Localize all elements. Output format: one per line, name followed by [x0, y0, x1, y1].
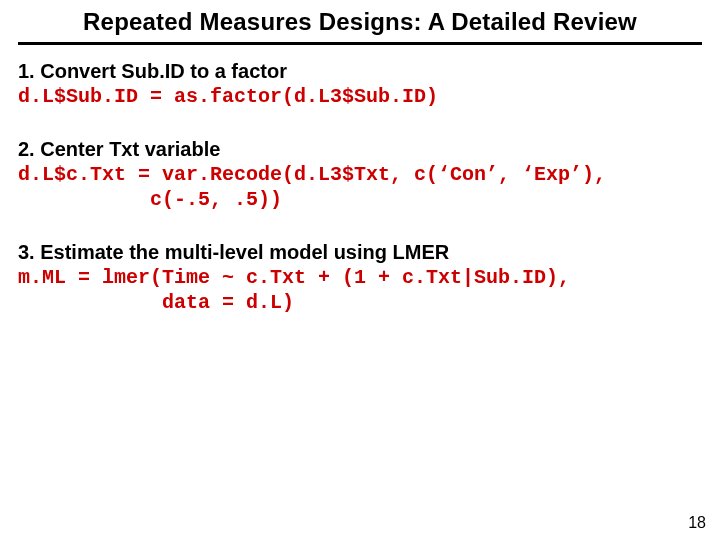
step-1-heading: 1. Convert Sub.ID to a factor [18, 59, 702, 84]
slide-title: Repeated Measures Designs: A Detailed Re… [18, 8, 702, 42]
slide: Repeated Measures Designs: A Detailed Re… [0, 0, 720, 540]
step-1-code: d.L$Sub.ID = as.factor(d.L3$Sub.ID) [18, 84, 702, 109]
title-underline [18, 42, 702, 45]
page-number: 18 [688, 514, 706, 532]
step-3-heading: 3. Estimate the multi-level model using … [18, 240, 702, 265]
step-2-code: d.L$c.Txt = var.Recode(d.L3$Txt, c(‘Con’… [18, 162, 702, 212]
step-3-code: m.ML = lmer(Time ~ c.Txt + (1 + c.Txt|Su… [18, 265, 702, 315]
step-2-heading: 2. Center Txt variable [18, 137, 702, 162]
